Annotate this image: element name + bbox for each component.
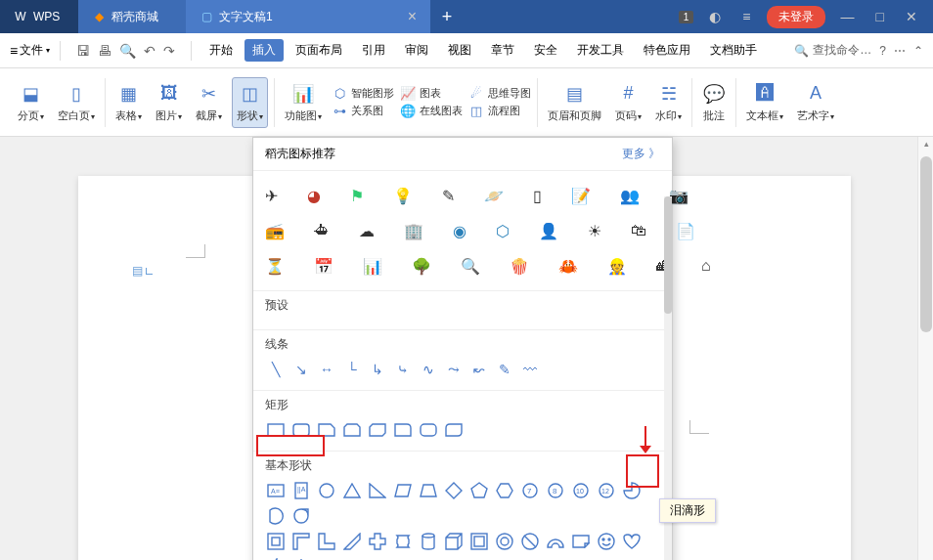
tab-reference[interactable]: 引用 (354, 39, 393, 62)
tree-icon[interactable]: 🌳 (412, 255, 431, 277)
table-button[interactable]: ▦ 表格▾ (111, 78, 146, 127)
add-tab-button[interactable]: + (430, 7, 464, 27)
pie-icon[interactable]: ◕ (307, 185, 321, 206)
tab-start[interactable]: 开始 (201, 39, 241, 62)
scribble-shape[interactable]: 〰 (519, 359, 541, 380)
dropdown-scroll-thumb[interactable] (664, 196, 672, 314)
teardrop-shape[interactable] (290, 505, 312, 527)
lamp-icon[interactable]: 💡 (393, 185, 413, 206)
pen-icon[interactable]: ✎ (442, 185, 455, 206)
flow-button[interactable]: ◫流程图 (468, 104, 531, 119)
page-break-button[interactable]: ⬓ 分页▾ (14, 78, 48, 127)
contact-icon[interactable]: 👤 (539, 220, 558, 241)
radio-icon[interactable]: 📻 (265, 220, 285, 241)
cross-shape[interactable] (367, 531, 388, 552)
right-triangle-shape[interactable] (367, 480, 388, 501)
freeform-shape[interactable]: ✎ (494, 359, 515, 380)
help-icon[interactable]: ? (879, 44, 886, 58)
textbox-h-shape[interactable]: A≡ (265, 480, 287, 501)
round-diag-rect-shape[interactable] (443, 419, 465, 441)
curve-shape[interactable]: ∿ (418, 359, 439, 380)
crab-icon[interactable]: 🦀 (558, 255, 578, 277)
bag-icon[interactable]: 🛍 (631, 220, 646, 241)
notify-badge[interactable]: 1 (679, 11, 694, 23)
page-number-button[interactable]: # 页码▾ (611, 78, 645, 127)
round-rect-shape[interactable] (290, 419, 312, 441)
login-button[interactable]: 未登录 (767, 6, 825, 28)
undo-icon[interactable]: ↶ (144, 43, 156, 59)
elbow-shape[interactable]: └ (341, 359, 363, 380)
tab-view[interactable]: 视图 (440, 39, 479, 62)
vertical-scrollbar[interactable]: ▴ (917, 137, 933, 560)
people-icon[interactable]: 👥 (620, 185, 640, 206)
round2-rect-shape[interactable] (418, 419, 439, 441)
elbow-arrow-shape[interactable]: ↳ (367, 359, 388, 380)
octagon-shape[interactable]: 8 (545, 480, 566, 501)
picture-button[interactable]: 🖼 图片▾ (152, 78, 186, 127)
curve-arrow-shape[interactable]: ⤳ (443, 359, 465, 380)
presentation-icon[interactable]: 📊 (363, 255, 382, 277)
triangle-shape[interactable] (341, 480, 363, 501)
l-shape[interactable] (316, 531, 337, 552)
search2-icon[interactable]: 🔍 (461, 255, 480, 277)
tab-shop[interactable]: ◆ 稻壳商城 (78, 0, 186, 33)
skin-icon[interactable]: ◐ (703, 9, 727, 24)
mind-button[interactable]: ☄思维导图 (468, 86, 531, 102)
smart-art-button[interactable]: ⬡智能图形 (332, 86, 394, 102)
online-chart-button[interactable]: 🌐在线图表 (400, 104, 463, 119)
oval-shape[interactable] (316, 480, 337, 501)
dodecagon-shape[interactable]: 12 (596, 480, 617, 501)
close-icon[interactable]: × (408, 8, 417, 25)
header-footer-button[interactable]: ▤ 页眉和页脚 (544, 78, 605, 127)
snip-diag-rect-shape[interactable] (367, 419, 388, 441)
cube-shape[interactable] (443, 531, 465, 552)
shape-button[interactable]: ◫ 形状▾ (232, 77, 268, 128)
plaque-shape[interactable] (392, 531, 414, 552)
watermark-button[interactable]: ☵ 水印▾ (651, 78, 686, 127)
calendar-icon[interactable]: 📅 (314, 255, 333, 277)
relation-button[interactable]: ⊶关系图 (332, 104, 394, 119)
popcorn-icon[interactable]: 🍿 (510, 255, 529, 277)
tab-section[interactable]: 章节 (483, 39, 522, 62)
flag-icon[interactable]: ⚑ (350, 185, 364, 206)
elbow-double-shape[interactable]: ⤷ (392, 359, 414, 380)
home-icon[interactable]: ⌂ (701, 255, 711, 277)
tab-document[interactable]: ▢ 文字文稿1 × (186, 0, 430, 33)
smiley-shape[interactable] (596, 531, 617, 552)
donut-shape[interactable] (494, 531, 515, 552)
doc2-icon[interactable]: 📄 (676, 220, 695, 241)
file-menu[interactable]: ≡ 文件 ▾ (10, 42, 50, 59)
block-arc-shape[interactable] (545, 531, 566, 552)
textbox-v-shape[interactable]: ||A (290, 480, 312, 501)
chord-shape[interactable] (265, 505, 287, 527)
sun-icon[interactable]: ☀ (588, 220, 601, 241)
curve-double-shape[interactable]: ↜ (468, 359, 490, 380)
lightning-shape[interactable] (265, 556, 287, 560)
redo-icon[interactable]: ↷ (163, 43, 175, 59)
diamond-shape[interactable] (443, 480, 465, 501)
wordart-button[interactable]: A 艺术字▾ (793, 78, 838, 127)
command-search[interactable]: 🔍 查找命令… (794, 42, 871, 59)
plane-icon[interactable]: ✈ (265, 185, 278, 206)
tab-review[interactable]: 审阅 (397, 39, 436, 62)
chart-button[interactable]: 📈图表 (400, 86, 463, 102)
half-frame-shape[interactable] (290, 531, 312, 552)
round1-rect-shape[interactable] (392, 419, 414, 441)
pentagon-shape[interactable] (468, 480, 490, 501)
heart-shape[interactable] (621, 531, 643, 552)
blank-page-button[interactable]: ▯ 空白页▾ (54, 78, 99, 127)
save-icon[interactable]: 🖫 (76, 43, 90, 59)
collapse-ribbon-icon[interactable]: ⌃ (913, 44, 923, 58)
tab-page-layout[interactable]: 页面布局 (288, 39, 350, 62)
folded-corner-shape[interactable] (570, 531, 592, 552)
camera-icon[interactable]: 📷 (669, 185, 689, 206)
tab-wps[interactable]: W WPS (0, 0, 78, 33)
close-window-icon[interactable]: ✕ (900, 9, 923, 24)
frame-shape[interactable] (265, 531, 287, 552)
more-link[interactable]: 更多 》 (622, 146, 660, 162)
no-symbol-shape[interactable] (519, 531, 541, 552)
sun-shape[interactable] (290, 556, 312, 560)
tab-dev-tools[interactable]: 开发工具 (569, 39, 632, 62)
cloud-icon[interactable]: ☁ (359, 220, 375, 241)
snip1-rect-shape[interactable] (316, 419, 337, 441)
